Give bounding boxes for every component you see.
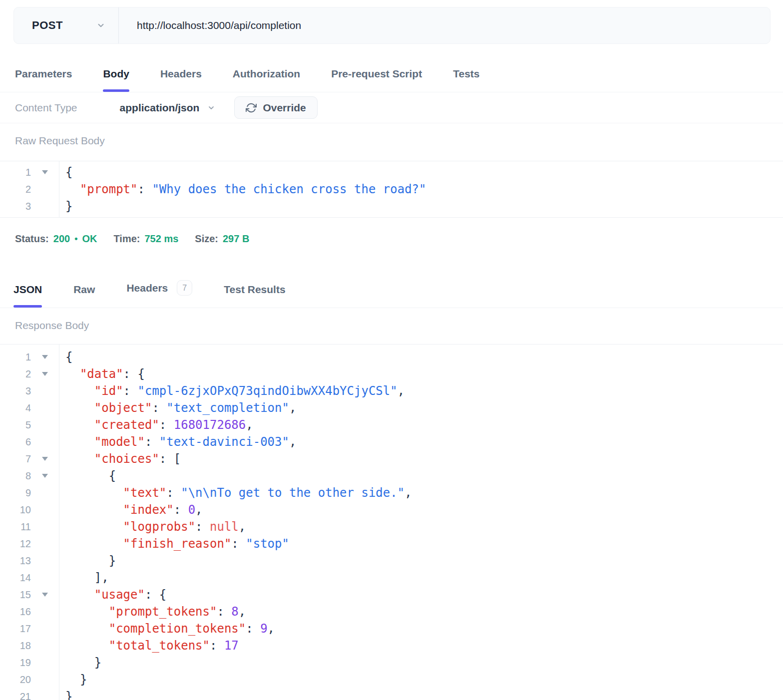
code-text: } (59, 688, 72, 700)
code-line[interactable]: 15 "usage": { (0, 586, 783, 603)
method-label: POST (32, 19, 63, 32)
code-line[interactable]: 18 "total_tokens": 17 (0, 637, 783, 654)
size-label: Size: (195, 233, 218, 245)
tab-parameters[interactable]: Parameters (15, 68, 72, 92)
line-number: 15 (0, 589, 31, 601)
tab-response-headers-label: Headers (126, 282, 168, 294)
code-text: "index": 0, (59, 501, 203, 518)
line-number: 17 (0, 623, 31, 635)
line-number: 10 (0, 504, 31, 516)
line-number: 20 (0, 674, 31, 686)
line-number: 19 (0, 657, 31, 669)
method-dropdown[interactable]: POST (14, 7, 119, 43)
url-input[interactable]: http://localhost:3000/api/completion (119, 7, 770, 43)
response-status-bar: Status: 200 • OK Time: 752 ms Size: 297 … (0, 218, 783, 257)
size-value: 297 B (223, 233, 249, 245)
line-number: 8 (0, 470, 31, 482)
chevron-down-icon (207, 104, 215, 112)
code-line[interactable]: 2 "prompt": "Why does the chicken cross … (0, 181, 783, 198)
code-text: } (59, 671, 87, 688)
code-text: } (59, 198, 72, 215)
tab-body[interactable]: Body (103, 68, 129, 92)
content-type-row: Content Type application/json Override (0, 92, 783, 123)
tab-json[interactable]: JSON (13, 284, 42, 308)
code-line[interactable]: 3} (0, 198, 783, 215)
status-group: Status: 200 • OK (15, 233, 97, 245)
code-line[interactable]: 8 { (0, 467, 783, 484)
code-text: "prompt": "Why does the chicken cross th… (59, 181, 426, 198)
request-tabs: Parameters Body Headers Authorization Pr… (0, 44, 783, 92)
line-number: 18 (0, 640, 31, 652)
code-line[interactable]: 3 "id": "cmpl-6zjxOPxQ73qindOibwXX4bYCjy… (0, 382, 783, 399)
code-line[interactable]: 12 "finish_reason": "stop" (0, 535, 783, 552)
code-line[interactable]: 11 "logprobs": null, (0, 518, 783, 535)
code-line[interactable]: 19 } (0, 654, 783, 671)
fold-arrow-icon[interactable] (31, 355, 59, 359)
line-number: 11 (0, 521, 31, 533)
line-number: 2 (0, 184, 31, 195)
override-label: Override (263, 102, 306, 114)
fold-arrow-icon[interactable] (31, 474, 59, 478)
tab-response-headers[interactable]: Headers 7 (126, 280, 192, 308)
code-line[interactable]: 1{ (0, 164, 783, 181)
code-line[interactable]: 13 } (0, 552, 783, 569)
raw-request-body-label: Raw Request Body (0, 123, 783, 147)
content-type-value: application/json (120, 102, 200, 114)
line-number: 5 (0, 419, 31, 431)
request-body-editor[interactable]: 1{2 "prompt": "Why does the chicken cros… (0, 161, 783, 218)
code-line[interactable]: 10 "index": 0, (0, 501, 783, 518)
code-text: "usage": { (59, 586, 166, 603)
code-text: } (59, 552, 116, 569)
override-button[interactable]: Override (234, 96, 317, 119)
tab-raw[interactable]: Raw (73, 284, 95, 308)
tab-headers[interactable]: Headers (160, 68, 202, 92)
code-text: } (59, 654, 101, 671)
refresh-icon (246, 102, 257, 113)
size-group: Size: 297 B (195, 233, 249, 245)
code-text: "completion_tokens": 9, (59, 620, 275, 637)
fold-arrow-icon[interactable] (31, 170, 59, 174)
line-number: 9 (0, 487, 31, 499)
line-number: 4 (0, 402, 31, 414)
fold-arrow-icon[interactable] (31, 457, 59, 461)
fold-arrow-icon[interactable] (31, 593, 59, 597)
code-line[interactable]: 1{ (0, 349, 783, 365)
code-text: "choices": [ (59, 450, 181, 467)
tab-pre-request-script[interactable]: Pre-request Script (331, 68, 422, 92)
code-text: "model": "text-davinci-003", (59, 433, 296, 450)
code-text: "object": "text_completion", (59, 399, 296, 416)
code-line[interactable]: 14 ], (0, 569, 783, 586)
code-text: { (59, 467, 116, 484)
code-line[interactable]: 16 "prompt_tokens": 8, (0, 603, 783, 620)
time-label: Time: (113, 233, 140, 245)
code-line[interactable]: 5 "created": 1680172686, (0, 416, 783, 433)
tab-test-results[interactable]: Test Results (224, 284, 285, 308)
line-number: 1 (0, 167, 31, 178)
code-line[interactable]: 6 "model": "text-davinci-003", (0, 433, 783, 450)
content-type-label: Content Type (15, 102, 77, 114)
code-text: "id": "cmpl-6zjxOPxQ73qindOibwXX4bYCjyCS… (59, 382, 404, 399)
status-label: Status: (15, 233, 49, 245)
code-line[interactable]: 9 "text": "\n\nTo get to the other side.… (0, 484, 783, 501)
time-group: Time: 752 ms (113, 233, 178, 245)
code-line[interactable]: 20 } (0, 671, 783, 688)
response-body-editor[interactable]: 1{2 "data": {3 "id": "cmpl-6zjxOPxQ73qin… (0, 344, 783, 700)
content-type-select[interactable]: application/json (120, 102, 216, 114)
line-number: 14 (0, 572, 31, 584)
code-line[interactable]: 7 "choices": [ (0, 450, 783, 467)
line-number: 12 (0, 538, 31, 550)
status-dot: • (74, 234, 77, 244)
code-line[interactable]: 4 "object": "text_completion", (0, 399, 783, 416)
code-text: "total_tokens": 17 (59, 637, 239, 654)
code-line[interactable]: 2 "data": { (0, 365, 783, 382)
fold-arrow-icon[interactable] (31, 372, 59, 376)
line-number: 2 (0, 368, 31, 380)
tab-tests[interactable]: Tests (453, 68, 479, 92)
code-line[interactable]: 17 "completion_tokens": 9, (0, 620, 783, 637)
code-text: "text": "\n\nTo get to the other side.", (59, 484, 412, 501)
tab-authorization[interactable]: Authorization (233, 68, 300, 92)
code-text: "data": { (59, 365, 145, 382)
line-number: 21 (0, 691, 31, 700)
code-line[interactable]: 21} (0, 688, 783, 700)
time-value: 752 ms (144, 233, 178, 245)
